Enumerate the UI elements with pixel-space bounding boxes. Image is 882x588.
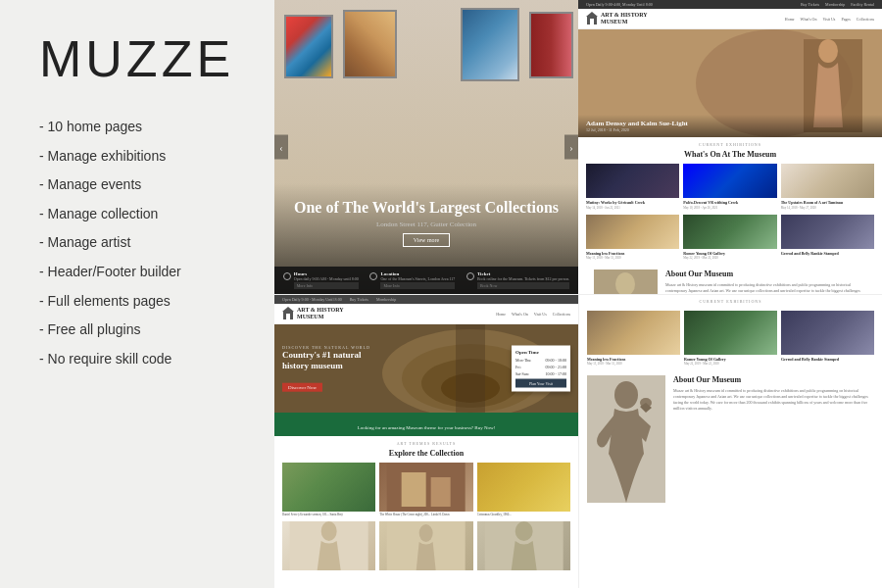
hours-info: Hours Open daily 9:00 AM - Monday until … (283, 271, 359, 289)
exhibitions-section: CURRENT EXHIBITIONS What's On At The Mus… (578, 137, 882, 294)
artworks-grid-2: Meaning less Fractions May 13, 2018 - Ma… (586, 215, 874, 260)
c3-artwork-image (477, 463, 570, 512)
book-now-link[interactable]: Book Now (477, 282, 569, 289)
about-section: About Our Museum Muzze art & History mus… (586, 265, 874, 294)
artwork-item: Romer Young Of Gallery May 22, 2019 - Ma… (683, 215, 776, 260)
svg-rect-2 (590, 19, 594, 24)
svg-marker-1 (586, 12, 598, 17)
artwork-image (781, 164, 874, 198)
c3-nav-collections[interactable]: Collections (553, 312, 570, 317)
svg-point-24 (419, 524, 433, 542)
feature-item: - 10 home pages (39, 118, 245, 137)
top-bar-hours: Open Daily 9:00-4:00, Monday Until 8:00 (586, 2, 653, 7)
c4-sculpture-area (587, 375, 665, 583)
section-label: CURRENT EXHIBITIONS (586, 142, 874, 147)
feature-item: - Manage artist (39, 233, 245, 253)
painting-warm (343, 10, 397, 78)
svg-point-26 (514, 521, 532, 541)
c3-nav-whats-on[interactable]: What's On (512, 312, 528, 317)
top-bar: Open Daily 9:00-4:00, Monday Until 8:00 … (578, 0, 882, 9)
c3-popup-row-2: Fri: 09:00 - 21:00 (515, 365, 566, 369)
artwork-date: May 14, 2018 - Jun 22, 2021 (586, 206, 679, 210)
c3-plan-visit-button[interactable]: Plan Your Visit (515, 379, 566, 388)
c3-art-grid-2 (282, 521, 570, 570)
artwork-image (683, 215, 776, 249)
carousel-prev-button[interactable]: ‹ (274, 135, 288, 160)
c3-artwork-image (379, 463, 472, 512)
c4-artwork-gerrod: Gerrod and Belly Rankie Stamped (781, 311, 874, 366)
c4-artwork-fractions: Meaning less Fractions May 13, 2018 - Ma… (587, 311, 680, 366)
painting-blue (461, 8, 519, 81)
hero-caption: Adam Denssy and Kalm Sue-Light 12 Jul, 2… (578, 115, 882, 137)
c4-current-exhibitions-label: CURRENT EXHIBITIONS (587, 299, 874, 304)
c3-popup-row-3: Sat-Sun: 10:00 - 17:00 (515, 371, 566, 376)
c4-about-content: About Our Museum Muzze art & History mus… (673, 375, 874, 583)
c3-tickets[interactable]: Buy Tickets (350, 297, 368, 302)
nav-home[interactable]: Home (785, 17, 795, 22)
ticket-icon (466, 272, 474, 280)
c3-bottom-banner: Looking for an amazing Museum theme for … (274, 413, 578, 436)
museum-logo-text: ART & HISTORY MUSEUM (601, 12, 648, 25)
c3-artwork-caption: Cottonmas Girardley, 1960... (477, 514, 570, 517)
left-panel: MUZZE - 10 home pages - Manage exhibitio… (0, 0, 274, 588)
c4-about-museum: About Our Museum Muzze art & History mus… (579, 370, 882, 588)
c3-artwork-item: Cottonmas Girardley, 1960... (477, 463, 570, 517)
artwork-item: The Upstairs Room of A art Taminau May 1… (781, 164, 874, 209)
hero-image: Adam Denssy and Kalm Sue-Light 12 Jul, 2… (578, 29, 882, 137)
location-icon (369, 272, 377, 280)
hero-sub-text: London Street 117, Gutter Colection (284, 220, 568, 228)
hero-main-text: One of The World's Largest Collections (284, 198, 568, 219)
ticket-value: Book online for the Museum. Tickets from… (477, 276, 569, 281)
card-natural-history: Open Daily 9:00 - Monday Until 8:00 Buy … (274, 294, 578, 588)
section-title: What's On At The Museum (586, 150, 874, 159)
features-list: - 10 home pages - Manage exhibitions - M… (39, 118, 245, 378)
c4-artwork-image (587, 311, 680, 355)
svg-point-22 (321, 521, 337, 541)
c3-nav-home[interactable]: Home (496, 312, 506, 317)
artwork-image (683, 164, 776, 198)
c3-artwork-item-2 (379, 521, 472, 570)
location-value: One of the Museum's Streets, London Area… (380, 276, 455, 281)
c3-collection-section: ART THEMES RESULTS Explore the Collectio… (274, 436, 578, 575)
feature-item: - Free all plugins (39, 320, 245, 340)
feature-item: - No require skill code (39, 350, 245, 369)
c3-membership[interactable]: Membership (376, 297, 396, 302)
carousel-next-button[interactable]: › (564, 135, 578, 160)
c3-logo: ART & HISTORY MUSEUM (282, 307, 344, 320)
artwork-image (781, 215, 874, 249)
logo-area: ART & HISTORY MUSEUM (586, 12, 648, 25)
c4-artwork-image (781, 311, 874, 355)
c4-art-grid-2: Meaning less Fractions May 13, 2018 - Ma… (579, 307, 882, 370)
nav-collections[interactable]: Collections (857, 17, 874, 22)
c3-artwork-item-2 (282, 521, 375, 570)
c4-artwork-image (684, 311, 777, 355)
c3-discover-button[interactable]: Discover Now (282, 383, 322, 392)
right-panel: ‹ › One of The World's Largest Collectio… (274, 0, 882, 588)
c4-artwork-date: May 22, 2019 - Mar 22, 2020 (684, 362, 777, 366)
about-body: Muzze art & History museum id committed … (665, 282, 866, 294)
sculpture-container (594, 270, 658, 294)
feature-item: - Header/Footer builder (39, 263, 245, 282)
c3-collection-title: Explore the Collection (282, 449, 570, 458)
nav-visit[interactable]: Visit Us (822, 17, 835, 22)
card-museum-bottom: CURRENT EXHIBITIONS Meaning less Fractio… (578, 294, 882, 588)
location-link[interactable]: More Info (380, 282, 455, 289)
main-nav: Home What's On Visit Us Pages Collection… (785, 17, 874, 22)
hero-artwork-name: Adam Denssy and Kalm Sue-Light (586, 120, 874, 127)
top-link-rental[interactable]: Facility Rental (851, 2, 874, 7)
c4-about-description: Muzze art & History museum id committed … (673, 388, 874, 412)
hero-cta-button[interactable]: View more (403, 233, 450, 247)
about-text-area: About Our Museum Muzze art & History mus… (665, 270, 866, 294)
c3-nav: Home What's On Visit Us Collections (496, 312, 570, 317)
feature-item: - Manage events (39, 175, 245, 195)
top-link-tickets[interactable]: Buy Tickets (801, 2, 819, 7)
hours-link[interactable]: More Info (294, 282, 359, 289)
nav-pages[interactable]: Pages (841, 17, 850, 22)
nav-whats-on[interactable]: What's On (801, 17, 817, 22)
c3-logo-icon (282, 307, 294, 320)
top-link-membership[interactable]: Membership (825, 2, 845, 7)
artwork-image (586, 164, 679, 198)
c3-nav-visit[interactable]: Visit Us (534, 312, 547, 317)
c3-hero-section: DISCOVER THE NATURAL WORLD Country's #1 … (274, 324, 578, 413)
artwork-item: Meaning less Fractions May 13, 2018 - Ma… (586, 215, 679, 260)
